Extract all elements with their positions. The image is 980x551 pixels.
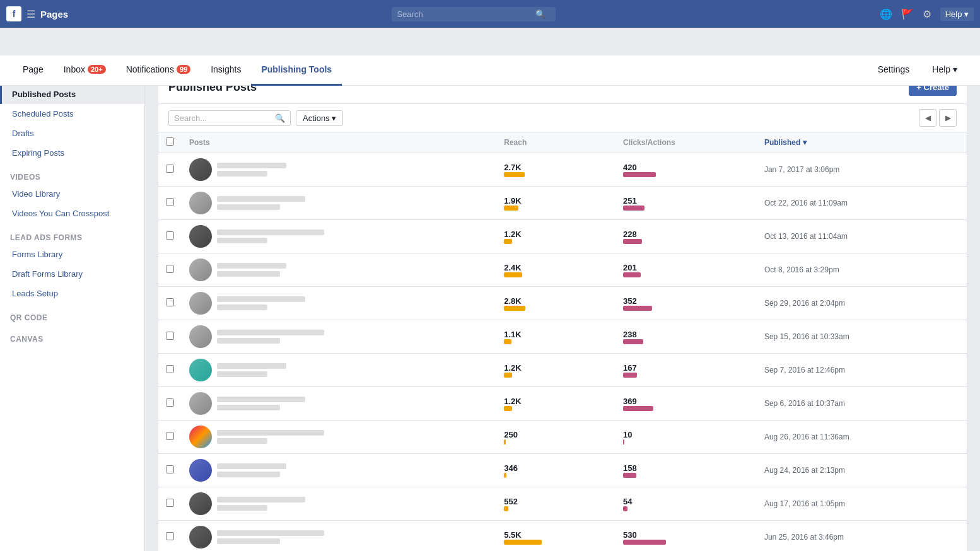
clicks-value: 352 xyxy=(623,296,749,306)
page-nav-help[interactable]: Help ▾ xyxy=(922,55,967,86)
clicks-value: 167 xyxy=(623,363,749,373)
col-published[interactable]: Published ▾ xyxy=(757,132,967,153)
reach-bar xyxy=(504,206,518,211)
reach-value: 1.2K xyxy=(504,229,608,239)
row-checkbox-0[interactable] xyxy=(166,165,174,173)
row-reach-cell: 1.2K xyxy=(496,220,615,253)
table-row: 552 54 Aug 17, 2016 at 1:05pm xyxy=(158,487,967,521)
flag-icon[interactable]: 🚩 xyxy=(901,8,914,20)
table-row: 346 158 Aug 24, 2016 at 2:13pm xyxy=(158,454,967,487)
sidebar-item-leads-setup[interactable]: Leads Setup xyxy=(0,284,144,303)
row-checkbox-cell xyxy=(158,153,182,187)
page-nav-insights[interactable]: Insights xyxy=(201,55,251,86)
reach-value: 1.2K xyxy=(504,397,608,406)
post-line-1 xyxy=(217,296,305,302)
row-checkbox-7[interactable] xyxy=(166,398,174,407)
row-checkbox-9[interactable] xyxy=(166,465,174,473)
post-text-lines xyxy=(217,196,305,210)
posts-search-wrap: 🔍 xyxy=(168,110,291,126)
page-nav-inbox[interactable]: Inbox20+ xyxy=(54,55,116,86)
post-thumbnail xyxy=(189,492,212,515)
page-nav-page[interactable]: Page xyxy=(13,55,54,86)
clicks-value: 369 xyxy=(623,397,749,406)
global-search-input[interactable] xyxy=(397,9,535,19)
reach-value: 2.4K xyxy=(504,263,608,272)
globe-icon[interactable]: 🌐 xyxy=(880,8,892,20)
row-checkbox-10[interactable] xyxy=(166,499,174,507)
post-line-2 xyxy=(217,405,280,410)
row-checkbox-cell xyxy=(158,253,182,287)
page-nav-right: Settings Help ▾ xyxy=(868,55,967,86)
row-checkbox-6[interactable] xyxy=(166,365,174,373)
row-reach-cell: 2.8K xyxy=(496,287,615,320)
row-date-cell: Sep 15, 2016 at 10:33am xyxy=(757,320,967,354)
row-checkbox-11[interactable] xyxy=(166,532,174,540)
post-line-1 xyxy=(217,229,324,235)
sidebar-item-draft-forms-library[interactable]: Draft Forms Library xyxy=(0,264,144,284)
reach-value: 5.5K xyxy=(504,530,608,540)
row-checkbox-4[interactable] xyxy=(166,298,174,306)
select-all-checkbox[interactable] xyxy=(166,137,174,146)
row-checkbox-8[interactable] xyxy=(166,432,174,440)
gear-icon[interactable]: ⚙ xyxy=(923,8,931,20)
reach-bar xyxy=(504,540,542,545)
row-checkbox-5[interactable] xyxy=(166,332,174,340)
clicks-bar xyxy=(623,172,656,177)
prev-page-button[interactable]: ◀ xyxy=(919,109,936,127)
row-date-cell: Sep 7, 2016 at 12:46pm xyxy=(757,354,967,387)
sidebar-item-scheduled-posts[interactable]: Scheduled Posts xyxy=(0,104,144,124)
row-date-cell: Sep 6, 2016 at 10:37am xyxy=(757,387,967,420)
post-thumbnail xyxy=(189,158,212,181)
clicks-bar xyxy=(623,406,653,411)
sidebar-item-expiring-posts[interactable]: Expiring Posts xyxy=(0,143,144,163)
page-nav-notifications[interactable]: Notifications99 xyxy=(116,55,201,86)
post-thumbnail xyxy=(189,459,212,482)
row-checkbox-1[interactable] xyxy=(166,198,174,206)
row-checkbox-cell xyxy=(158,487,182,521)
clicks-value: 420 xyxy=(623,163,749,172)
post-line-2 xyxy=(217,538,280,544)
page-nav-publishing-tools[interactable]: Publishing Tools xyxy=(251,55,342,86)
row-clicks-cell: 251 xyxy=(615,187,757,220)
row-post-cell xyxy=(182,487,496,521)
row-checkbox-2[interactable] xyxy=(166,231,174,240)
clicks-bar xyxy=(623,506,627,511)
posts-search-input[interactable] xyxy=(174,113,275,123)
sidebar-item-forms-library[interactable]: Forms Library xyxy=(0,245,144,264)
clicks-bar xyxy=(623,206,645,211)
hamburger-icon[interactable]: ☰ xyxy=(26,8,35,20)
sidebar-item-videos-crosspost[interactable]: Videos You Can Crosspost xyxy=(0,204,144,223)
row-clicks-cell: 352 xyxy=(615,287,757,320)
global-search-icon[interactable]: 🔍 xyxy=(535,9,545,19)
post-thumbnail xyxy=(189,325,212,348)
sidebar-item-drafts[interactable]: Drafts xyxy=(0,124,144,143)
clicks-bar xyxy=(623,339,643,344)
page-nav-settings[interactable]: Settings xyxy=(868,55,920,86)
clicks-bar xyxy=(623,373,637,378)
reach-value: 1.2K xyxy=(504,363,608,373)
row-checkbox-3[interactable] xyxy=(166,265,174,273)
row-reach-cell: 2.4K xyxy=(496,253,615,287)
post-text-lines xyxy=(217,430,324,444)
posts-table: Posts Reach Clicks/Actions Published ▾ xyxy=(158,132,967,551)
post-thumbnail xyxy=(189,192,212,214)
row-checkbox-cell xyxy=(158,187,182,220)
sidebar-item-published-posts[interactable]: Published Posts xyxy=(0,84,144,104)
sidebar-item-video-library[interactable]: Video Library xyxy=(0,184,144,204)
row-clicks-cell: 54 xyxy=(615,487,757,521)
next-page-button[interactable]: ▶ xyxy=(939,109,957,127)
row-post-cell xyxy=(182,287,496,320)
row-reach-cell: 552 xyxy=(496,487,615,521)
toolbar-left: 🔍 Actions ▾ xyxy=(168,110,343,126)
post-text-lines xyxy=(217,229,324,243)
row-reach-cell: 5.5K xyxy=(496,521,615,552)
col-reach: Reach xyxy=(496,132,615,153)
actions-dropdown[interactable]: Actions ▾ xyxy=(296,110,343,126)
global-nav-center: 🔍 xyxy=(68,7,879,21)
help-button[interactable]: Help ▾ xyxy=(940,8,974,21)
page-nav: Page Inbox20+ Notifications99 Insights P… xyxy=(0,55,980,86)
row-post-cell xyxy=(182,521,496,552)
row-checkbox-cell xyxy=(158,420,182,454)
reach-bar xyxy=(504,306,525,311)
fb-logo-icon[interactable]: f xyxy=(6,6,21,21)
